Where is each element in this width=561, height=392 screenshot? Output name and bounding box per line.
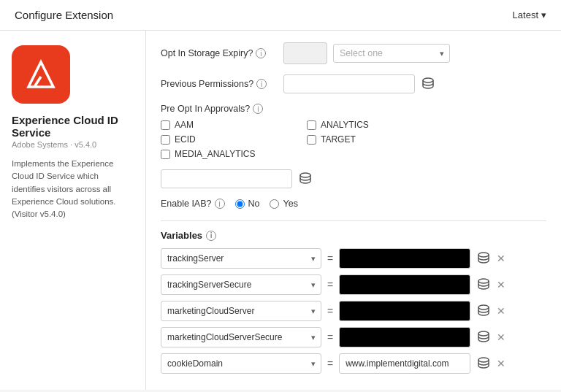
custom-value-input[interactable]: [161, 169, 292, 188]
pre-opt-in-section: Pre Opt In Approvals? i AAM ANALYTICS EC…: [161, 104, 546, 159]
equals-sign-4: =: [327, 358, 333, 369]
divider: [161, 220, 546, 221]
checkbox-analytics: ANALYTICS: [307, 120, 438, 130]
previous-permissions-label: Previous Permissions? i: [161, 79, 278, 89]
equals-sign-3: =: [327, 331, 333, 343]
var-db-icon-0[interactable]: [476, 251, 491, 266]
equals-sign-2: =: [327, 305, 333, 317]
var-remove-icon-4[interactable]: ✕: [497, 358, 505, 369]
var-db-icon-3[interactable]: [476, 330, 491, 345]
version-dropdown[interactable]: Latest ▾: [513, 9, 546, 20]
var-value-input-4[interactable]: [339, 353, 470, 374]
checkbox-aam: AAM: [161, 120, 292, 130]
sidebar: Experience Cloud ID Service Adobe System…: [0, 31, 146, 390]
checkbox-analytics-input[interactable]: [307, 120, 316, 130]
previous-permissions-row: Previous Permissions? i: [161, 74, 546, 93]
var-select-wrapper-2: marketingCloudServer ▾: [161, 301, 321, 321]
checkbox-target-input[interactable]: [307, 135, 316, 145]
var-remove-icon-1[interactable]: ✕: [497, 279, 505, 291]
pre-opt-in-label: Pre Opt In Approvals? i: [161, 104, 546, 114]
pre-opt-in-info-icon[interactable]: i: [253, 104, 263, 114]
var-value-input-1[interactable]: [339, 274, 470, 295]
adobe-logo-icon: [23, 56, 59, 93]
app-logo: [12, 45, 70, 104]
var-remove-icon-3[interactable]: ✕: [497, 331, 505, 343]
var-select-3[interactable]: marketingCloudServerSecure: [161, 327, 321, 347]
svg-point-5: [478, 279, 489, 283]
checkbox-analytics-label: ANALYTICS: [321, 120, 369, 130]
variable-row-2: marketingCloudServer ▾ = ✕: [161, 301, 546, 321]
var-select-wrapper-3: marketingCloudServerSecure ▾: [161, 327, 321, 347]
var-select-wrapper-4: cookieDomain ▾: [161, 353, 321, 374]
main-layout: Experience Cloud ID Service Adobe System…: [0, 31, 561, 390]
opt-in-storage-select[interactable]: Select one Session Forever: [333, 44, 450, 63]
previous-permissions-input[interactable]: [283, 74, 415, 93]
svg-marker-0: [28, 62, 53, 87]
checkbox-aam-label: AAM: [175, 120, 194, 130]
equals-sign-1: =: [327, 279, 333, 291]
var-select-0[interactable]: trackingServer: [161, 248, 321, 269]
enable-iab-info-icon[interactable]: i: [215, 199, 225, 209]
var-select-1[interactable]: trackingServerSecure: [161, 274, 321, 295]
variable-row-3: marketingCloudServerSecure ▾ = ✕: [161, 327, 546, 347]
checkbox-media-label: MEDIA_ANALYTICS: [175, 149, 255, 159]
checkboxes-grid: AAM ANALYTICS ECID TARGET MEDIA_ANALYTIC…: [161, 120, 546, 159]
var-remove-icon-0[interactable]: ✕: [497, 253, 505, 264]
top-bar: Configure Extension Latest ▾: [0, 0, 561, 31]
var-select-wrapper-1: trackingServerSecure ▾: [161, 274, 321, 295]
svg-line-1: [34, 77, 41, 87]
checkbox-ecid-label: ECID: [175, 134, 196, 145]
version-label: Latest: [513, 9, 538, 20]
svg-point-3: [300, 173, 310, 177]
var-remove-icon-2[interactable]: ✕: [497, 305, 505, 317]
custom-input-row: [161, 169, 546, 188]
custom-db-icon[interactable]: [298, 172, 313, 186]
enable-iab-label: Enable IAB? i: [161, 199, 225, 209]
radio-no-option: No: [235, 199, 260, 209]
checkbox-ecid: ECID: [161, 134, 292, 145]
opt-in-storage-disabled-box: [283, 42, 327, 64]
svg-point-8: [478, 358, 489, 362]
app-description: Implements the Experience Cloud ID Servi…: [12, 158, 134, 220]
opt-in-storage-select-wrapper: Select one Session Forever ▾: [333, 44, 450, 63]
checkbox-aam-input[interactable]: [161, 120, 170, 130]
version-chevron-icon: ▾: [541, 9, 546, 20]
var-select-4[interactable]: cookieDomain: [161, 353, 321, 374]
checkbox-ecid-input[interactable]: [161, 135, 170, 145]
app-name: Experience Cloud ID Service: [12, 114, 134, 139]
radio-yes-label: Yes: [283, 199, 297, 209]
opt-in-storage-expiry-label: Opt In Storage Expiry? i: [161, 48, 278, 58]
variable-row-0: trackingServer ▾ = ✕: [161, 248, 546, 269]
radio-no-label: No: [248, 199, 260, 209]
var-value-input-2[interactable]: [339, 301, 470, 321]
svg-point-2: [423, 78, 433, 82]
page-title: Configure Extension: [15, 9, 113, 21]
variables-header: Variables i: [161, 230, 546, 241]
enable-iab-row: Enable IAB? i No Yes: [161, 199, 546, 209]
radio-yes-input[interactable]: [270, 199, 279, 209]
opt-in-storage-info-icon[interactable]: i: [256, 48, 266, 58]
previous-permissions-info-icon[interactable]: i: [256, 79, 267, 89]
opt-in-storage-expiry-row: Opt In Storage Expiry? i Select one Sess…: [161, 42, 546, 64]
var-db-icon-1[interactable]: [476, 277, 491, 292]
app-meta: Adobe Systems · v5.4.0: [12, 140, 134, 149]
variable-row-1: trackingServerSecure ▾ = ✕: [161, 274, 546, 295]
variables-info-icon[interactable]: i: [206, 231, 216, 241]
checkbox-media-analytics: MEDIA_ANALYTICS: [161, 149, 292, 159]
equals-sign-0: =: [327, 253, 333, 264]
previous-permissions-db-icon[interactable]: [421, 77, 435, 91]
var-select-wrapper-0: trackingServer ▾: [161, 248, 321, 269]
var-select-2[interactable]: marketingCloudServer: [161, 301, 321, 321]
svg-point-6: [478, 305, 489, 310]
var-db-icon-2[interactable]: [476, 304, 491, 318]
checkbox-media-input[interactable]: [161, 150, 170, 159]
svg-point-7: [478, 331, 489, 336]
radio-yes-option: Yes: [270, 199, 297, 209]
var-value-input-0[interactable]: [339, 248, 470, 269]
radio-no-input[interactable]: [235, 199, 245, 209]
var-value-input-3[interactable]: [339, 327, 470, 347]
content-panel: Opt In Storage Expiry? i Select one Sess…: [146, 31, 561, 390]
svg-point-4: [478, 253, 489, 257]
var-db-icon-4[interactable]: [476, 356, 491, 371]
checkbox-target-label: TARGET: [321, 134, 356, 145]
